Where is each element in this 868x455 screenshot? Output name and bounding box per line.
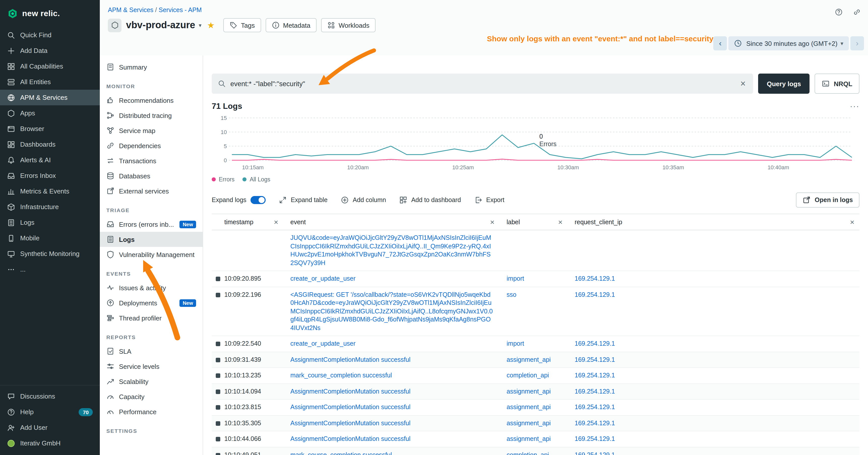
log-row[interactable]: 10:10:49.051 mark_course_completion succ… (212, 447, 860, 455)
log-ip-link[interactable]: 169.254.129.1 (575, 451, 615, 455)
breadcrumb-link-services[interactable]: Services - APM (159, 6, 202, 13)
legend-item-errors[interactable]: Errors (212, 176, 235, 183)
column-header-timestamp[interactable]: timestamp× (212, 214, 283, 230)
log-event-link[interactable]: AssignmentCompletionMutation successful (290, 356, 410, 363)
log-label-link[interactable]: sso (506, 291, 517, 298)
subnav-item-thread-profiler[interactable]: Thread profiler (100, 311, 203, 325)
log-label-link[interactable]: assignment_api (506, 420, 551, 426)
log-ip-link[interactable]: 169.254.129.1 (575, 403, 615, 411)
subnav-item-vulnerability-management[interactable]: Vulnerability Management (100, 247, 203, 262)
log-query-input[interactable] (230, 80, 734, 88)
sidebar-item-dashboards[interactable]: Dashboards (0, 136, 100, 152)
expand-logs-toggle[interactable]: Expand logs (212, 196, 266, 204)
log-row[interactable]: JUQVU&code=eyJraWQiOiJjcGltY29yZV8wOTl1M… (212, 230, 860, 271)
log-event-link[interactable]: AssignmentCompletionMutation successful (290, 403, 410, 411)
subnav-item-distributed-tracing[interactable]: Distributed tracing (100, 108, 203, 123)
subnav-item-databases[interactable]: Databases (100, 168, 203, 184)
open-in-logs-button[interactable]: Open in logs (796, 193, 860, 207)
sidebar-item-alerts-ai[interactable]: Alerts & AI (0, 152, 100, 168)
subnav-item-summary[interactable]: Summary (100, 60, 203, 74)
favorite-star-icon[interactable]: ★ (207, 20, 215, 31)
log-label-link[interactable]: assignment_api (506, 403, 551, 411)
remove-column-icon[interactable]: × (558, 218, 562, 226)
column-header-label[interactable]: label× (499, 214, 567, 230)
sidebar-item-metrics-events[interactable]: Metrics & Events (0, 184, 100, 199)
nrql-button[interactable]: NRQL (814, 73, 860, 94)
log-ip-link[interactable]: 169.254.129.1 (575, 291, 615, 298)
column-header-event[interactable]: event× (283, 214, 499, 230)
subnav-item-deployments[interactable]: DeploymentsNew (100, 295, 203, 311)
sidebar-item-discussions[interactable]: Discussions (0, 389, 100, 404)
log-row[interactable]: 10:10:23.815 AssignmentCompletionMutatio… (212, 399, 860, 416)
more-options-icon[interactable]: ··· (850, 102, 860, 111)
remove-column-icon[interactable]: × (490, 218, 495, 226)
sidebar-item-infrastructure[interactable]: Infrastructure (0, 199, 100, 215)
log-ip-link[interactable]: 169.254.129.1 (575, 356, 615, 363)
sidebar-item-apm-services[interactable]: APM & Services (0, 90, 100, 105)
log-row[interactable]: 10:09:22.540 create_or_update_user impor… (212, 336, 860, 352)
log-label-link[interactable]: assignment_api (506, 435, 551, 443)
subnav-item-scalability[interactable]: Scalability (100, 374, 203, 389)
log-row[interactable]: 10:09:22.196 <ASGIRequest: GET '/sso/cal… (212, 287, 860, 336)
chevron-down-icon[interactable]: ▾ (199, 22, 202, 29)
export-button[interactable]: Export (474, 196, 504, 204)
log-ip-link[interactable]: 169.254.129.1 (575, 420, 615, 426)
log-row[interactable]: 10:09:20.895 create_or_update_user impor… (212, 271, 860, 287)
sidebar-item-quick-find[interactable]: Quick Find (0, 27, 100, 43)
sidebar-item-browser[interactable]: Browser (0, 121, 100, 136)
sidebar-item-iterativ-gmbh[interactable]: Iterativ GmbH (0, 435, 100, 451)
log-event-link[interactable]: AssignmentCompletionMutation successful (290, 420, 410, 426)
time-forward-button[interactable]: › (850, 36, 864, 51)
log-row[interactable]: 10:10:13.235 mark_course_completion succ… (212, 368, 860, 384)
sidebar-item-help[interactable]: Help70 (0, 404, 100, 420)
log-label-link[interactable]: assignment_api (506, 356, 551, 363)
workloads-button[interactable]: Workloads (321, 18, 375, 32)
log-event-link[interactable]: AssignmentCompletionMutation successful (290, 388, 410, 395)
toggle-on-icon[interactable] (250, 196, 266, 204)
subnav-item-dependencies[interactable]: Dependencies (100, 138, 203, 153)
log-label-link[interactable]: import (506, 340, 524, 347)
log-label-link[interactable]: completion_api (506, 451, 549, 455)
log-label-link[interactable]: assignment_api (506, 388, 551, 395)
sidebar-item-errors-inbox[interactable]: Errors Inbox (0, 168, 100, 184)
query-logs-button[interactable]: Query logs (758, 73, 809, 94)
log-label-link[interactable]: completion_api (506, 372, 549, 379)
log-event-link[interactable]: create_or_update_user (290, 340, 355, 347)
log-search-box[interactable]: × (212, 73, 753, 94)
log-row[interactable]: 10:09:31.439 AssignmentCompletionMutatio… (212, 352, 860, 368)
log-row[interactable]: 10:10:44.066 AssignmentCompletionMutatio… (212, 431, 860, 447)
subnav-item-capacity[interactable]: Capacity (100, 389, 203, 404)
sidebar-item-add-data[interactable]: Add Data (0, 43, 100, 59)
subnav-item-logs[interactable]: Logs (100, 232, 203, 247)
sidebar-item-all-entities[interactable]: All Entities (0, 74, 100, 90)
subnav-item-service-map[interactable]: Service map (100, 123, 203, 138)
clear-query-icon[interactable]: × (739, 78, 747, 89)
legend-item-all-logs[interactable]: All Logs (243, 176, 271, 183)
copy-link-icon[interactable] (851, 6, 863, 18)
sidebar-item-mobile[interactable]: Mobile (0, 230, 100, 246)
log-ip-link[interactable]: 169.254.129.1 (575, 388, 615, 395)
column-header-request-client-ip[interactable]: request_client_ip× (567, 214, 860, 230)
subnav-item-recommendations[interactable]: Recommendations (100, 93, 203, 108)
sidebar-item-add-user[interactable]: Add User (0, 420, 100, 435)
sidebar-item-logs[interactable]: Logs (0, 215, 100, 230)
new-relic-logo[interactable]: new relic. (0, 0, 100, 27)
log-row[interactable]: 10:10:35.305 AssignmentCompletionMutatio… (212, 416, 860, 431)
subnav-item-sla[interactable]: SLA (100, 344, 203, 359)
expand-table-button[interactable]: Expand table (279, 196, 328, 204)
metadata-button[interactable]: Metadata (266, 18, 316, 32)
subnav-item-transactions[interactable]: Transactions (100, 153, 203, 168)
subnav-item-errors-errors-inb[interactable]: Errors (errors inb...New (100, 217, 203, 232)
subnav-item-external-services[interactable]: External services (100, 184, 203, 198)
add-to-dashboard-button[interactable]: Add to dashboard (399, 196, 461, 204)
log-event-link[interactable]: create_or_update_user (290, 275, 355, 282)
breadcrumb-link-apm[interactable]: APM & Services (108, 6, 154, 13)
log-event-link[interactable]: AssignmentCompletionMutation successful (290, 435, 410, 443)
sidebar-item-apps[interactable]: Apps (0, 105, 100, 121)
subnav-item-issues-activity[interactable]: Issues & activity (100, 280, 203, 295)
add-column-button[interactable]: Add column (341, 196, 386, 204)
tags-button[interactable]: Tags (223, 18, 261, 32)
log-event-link[interactable]: JUQVU&code=eyJraWQiOiJjcGltY29yZV8wOTl1M… (290, 234, 491, 266)
time-back-button[interactable]: ‹ (713, 36, 727, 51)
sidebar-item-synthetic-monitoring[interactable]: Synthetic Monitoring (0, 246, 100, 261)
